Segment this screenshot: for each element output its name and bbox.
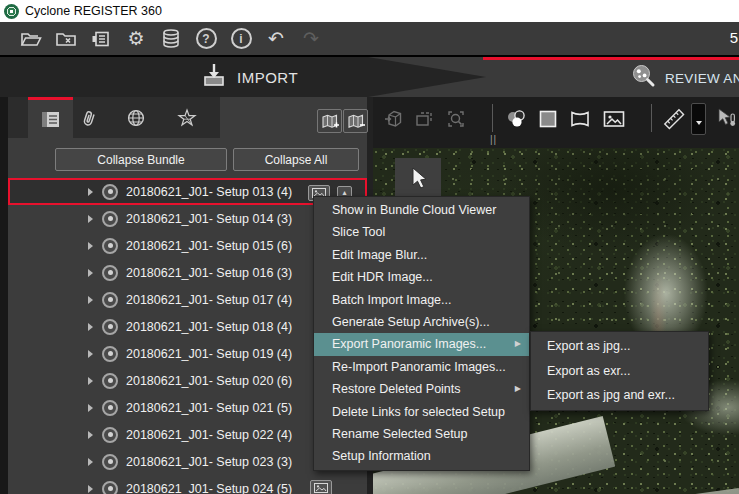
storage-database-icon[interactable] bbox=[158, 26, 184, 52]
setup-icon bbox=[102, 292, 118, 308]
tab-constellation[interactable] bbox=[164, 97, 209, 138]
menu-item-show-in-bundle-cloud-viewer[interactable]: Show in Bundle Cloud Viewer bbox=[314, 199, 529, 221]
panorama-view-icon[interactable] bbox=[567, 106, 593, 132]
tab-attachments[interactable] bbox=[66, 97, 111, 138]
menu-item-label: Restore Deleted Points bbox=[332, 382, 461, 396]
setup-label: 20180621_J01- Setup 020 (6) bbox=[126, 374, 292, 388]
setup-label: 20180621_J01- Setup 013 (4) bbox=[126, 185, 292, 199]
panel-tab-strip bbox=[8, 97, 367, 138]
map-toolbar: || bbox=[373, 97, 739, 148]
menu-item-rename-selected-setup[interactable]: Rename Selected Setup bbox=[314, 423, 529, 445]
toolbar-separator bbox=[492, 104, 493, 132]
expander-icon[interactable] bbox=[88, 269, 93, 277]
setup-label: 20180621_J01- Setup 016 (3) bbox=[126, 266, 292, 280]
square-select-icon[interactable] bbox=[535, 106, 561, 132]
tab-import[interactable]: IMPORT bbox=[0, 57, 487, 97]
expander-icon[interactable] bbox=[88, 242, 93, 250]
review-icon bbox=[630, 63, 657, 94]
expander-icon[interactable] bbox=[88, 188, 93, 196]
setup-icon bbox=[102, 211, 118, 227]
setup-icon bbox=[102, 184, 118, 200]
submenu-item-export-as-jpg[interactable]: Export as jpg... bbox=[531, 334, 708, 359]
setup-icon bbox=[102, 373, 118, 389]
menu-item-reimport-panoramic-images[interactable]: Re-Import Panoramic Images... bbox=[314, 356, 529, 378]
toolbar-separator bbox=[651, 104, 652, 132]
ruler-dropdown-button[interactable] bbox=[691, 103, 706, 135]
window-title: Cyclone REGISTER 360 bbox=[25, 4, 162, 18]
tab-review-and-optimize[interactable]: REVIEW AND bbox=[630, 60, 739, 97]
import-tab-label: IMPORT bbox=[237, 69, 298, 86]
remove-bundle-button[interactable] bbox=[343, 109, 368, 133]
setup-label: 20180621_J01- Setup 017 (4) bbox=[126, 293, 292, 307]
expander-icon[interactable] bbox=[88, 323, 93, 331]
duplicate-view-icon bbox=[411, 106, 437, 132]
cursor-temperature-icon[interactable] bbox=[714, 106, 739, 132]
submenu-item-export-as-jpg-and-exr[interactable]: Export as jpg and exr... bbox=[531, 383, 708, 408]
setup-icon bbox=[102, 319, 118, 335]
menu-item-setup-information[interactable]: Setup Information bbox=[314, 445, 529, 467]
rgb-colors-icon[interactable] bbox=[503, 106, 529, 132]
menu-item-label: Export Panoramic Images... bbox=[332, 337, 486, 351]
expander-icon[interactable] bbox=[88, 458, 93, 466]
review-tab-label: REVIEW AND bbox=[665, 71, 739, 86]
setup-label: 20180621_J01- Setup 023 (3) bbox=[126, 455, 292, 469]
setup-icon bbox=[102, 265, 118, 281]
ruler-icon[interactable] bbox=[661, 106, 687, 132]
toolbar-drag-handle[interactable]: || bbox=[490, 134, 497, 145]
expander-icon[interactable] bbox=[88, 404, 93, 412]
title-bar: Cyclone REGISTER 360 bbox=[0, 0, 739, 22]
expander-icon[interactable] bbox=[88, 377, 93, 385]
collapse-all-button[interactable]: Collapse All bbox=[233, 148, 359, 171]
info-icon[interactable]: i bbox=[228, 26, 254, 52]
add-bundle-button[interactable] bbox=[317, 109, 342, 133]
expander-icon[interactable] bbox=[88, 350, 93, 358]
chevron-down-icon bbox=[696, 121, 702, 125]
expander-icon[interactable] bbox=[88, 296, 93, 304]
menu-item-edit-image-blur[interactable]: Edit Image Blur... bbox=[314, 244, 529, 266]
left-edge-strip bbox=[0, 97, 8, 494]
setup-label: 20180621_J01- Setup 021 (5) bbox=[126, 401, 292, 415]
setup-icon bbox=[102, 454, 118, 470]
setup-icon bbox=[102, 481, 118, 494]
setup-label: 20180621_J01- Setup 024 (5) bbox=[126, 482, 292, 494]
setup-icon bbox=[102, 400, 118, 416]
close-project-icon[interactable] bbox=[53, 26, 79, 52]
submenu-item-export-as-exr[interactable]: Export as exr... bbox=[531, 359, 708, 384]
image-view-icon[interactable] bbox=[601, 106, 627, 132]
expander-icon[interactable] bbox=[88, 215, 93, 223]
submenu-arrow-icon: ▶ bbox=[515, 333, 521, 355]
setup-label: 20180621_J01- Setup 022 (4) bbox=[126, 428, 292, 442]
menu-item-export-panoramic-images[interactable]: Export Panoramic Images... ▶ bbox=[314, 333, 529, 355]
stage-ribbon: IMPORT REVIEW AND bbox=[0, 57, 739, 97]
expander-icon[interactable] bbox=[88, 485, 93, 493]
import-icon bbox=[200, 61, 228, 93]
cursor-arrow-icon bbox=[407, 166, 429, 190]
main-toolbar: ⚙ ? i ↶ ↷ bbox=[0, 22, 739, 55]
open-project-icon[interactable] bbox=[18, 26, 44, 52]
menu-item-delete-links[interactable]: Delete Links for selected Setup bbox=[314, 401, 529, 423]
tab-web[interactable] bbox=[113, 97, 158, 138]
setup-label: 20180621_J01- Setup 018 (4) bbox=[126, 320, 292, 334]
corner-number: 5 bbox=[730, 29, 738, 46]
menu-item-restore-deleted-points[interactable]: Restore Deleted Points ▶ bbox=[314, 378, 529, 400]
app-logo-icon bbox=[4, 4, 19, 19]
menu-item-generate-setup-archives[interactable]: Generate Setup Archive(s)... bbox=[314, 311, 529, 333]
menu-item-slice-tool[interactable]: Slice Tool bbox=[314, 221, 529, 243]
help-icon[interactable]: ? bbox=[193, 26, 219, 52]
undo-icon[interactable]: ↶ bbox=[263, 26, 289, 52]
setup-icon bbox=[102, 346, 118, 362]
submenu-arrow-icon: ▶ bbox=[515, 378, 521, 400]
export-panoramic-submenu: Export as jpg... Export as exr... Export… bbox=[530, 331, 709, 411]
collapse-bundle-button[interactable]: Collapse Bundle bbox=[55, 148, 227, 171]
setup-image-button[interactable] bbox=[310, 480, 332, 494]
tree-row-setup-024[interactable]: 20180621_J01- Setup 024 (5) bbox=[8, 475, 367, 494]
settings-gear-icon[interactable]: ⚙ bbox=[123, 26, 149, 52]
report-icon[interactable] bbox=[88, 26, 114, 52]
expander-icon[interactable] bbox=[88, 431, 93, 439]
setup-icon bbox=[102, 238, 118, 254]
menu-item-batch-import-image[interactable]: Batch Import Image... bbox=[314, 289, 529, 311]
extract-view-icon bbox=[381, 106, 407, 132]
select-tool-button[interactable] bbox=[395, 158, 441, 198]
menu-item-edit-hdr-image[interactable]: Edit HDR Image... bbox=[314, 266, 529, 288]
setup-context-menu: Show in Bundle Cloud Viewer Slice Tool E… bbox=[313, 196, 530, 471]
